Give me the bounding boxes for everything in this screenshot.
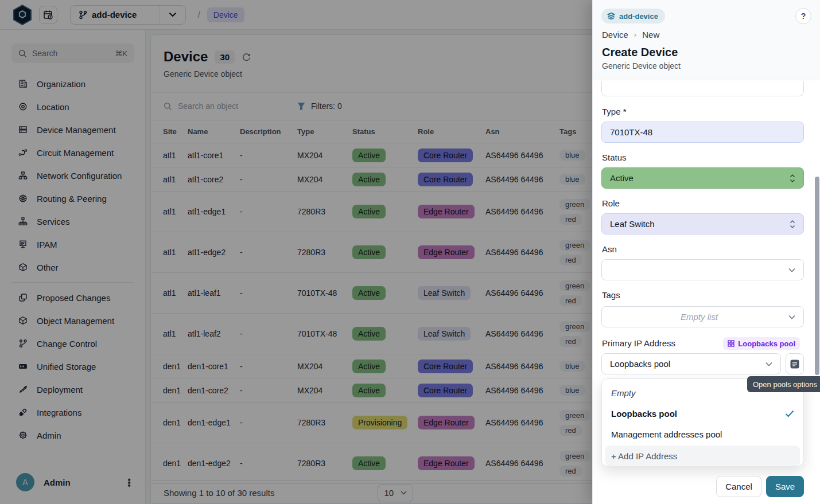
panel-title: Create Device xyxy=(602,46,678,59)
dropdown-option-loopbacks-pool[interactable]: Loopbacks pool xyxy=(605,403,800,424)
status-select[interactable]: Active xyxy=(601,167,804,189)
panel-branch-badge: add-device xyxy=(601,9,665,24)
pool-grid-icon xyxy=(728,340,734,347)
chevron-down-icon xyxy=(765,362,772,366)
panel-breadcrumb-current: New xyxy=(642,30,659,40)
option-label: Loopbacks pool xyxy=(611,409,677,419)
list-options-icon xyxy=(790,359,800,369)
tags-placeholder: Empty list xyxy=(610,312,788,322)
primary-ip-label: Primary IP Address xyxy=(602,338,675,348)
open-pools-options-button[interactable] xyxy=(786,353,804,374)
tags-label: Tags xyxy=(602,290,620,300)
asn-label: Asn xyxy=(602,244,617,254)
primary-ip-select[interactable]: Loopbacks pool xyxy=(601,353,781,374)
save-button[interactable]: Save xyxy=(766,476,804,497)
tags-select[interactable]: Empty list xyxy=(601,306,804,327)
pool-badge-label: Loopbacks pool xyxy=(738,339,795,348)
add-ip-address-button[interactable]: + Add IP Address xyxy=(605,446,800,466)
check-icon xyxy=(785,410,794,417)
panel-breadcrumb-parent[interactable]: Device xyxy=(602,30,628,40)
primary-ip-value: Loopbacks pool xyxy=(610,359,670,369)
panel-branch-name: add-device xyxy=(619,12,658,21)
panel-breadcrumb: Device › New xyxy=(602,30,659,40)
dropdown-option-management-addresses-pool[interactable]: Management addresses pool xyxy=(605,424,800,444)
type-value: 7010TX-48 xyxy=(610,127,652,137)
pool-badge[interactable]: Loopbacks pool xyxy=(723,337,800,350)
create-device-panel: add-device ? Device › New Create Device … xyxy=(592,0,820,504)
chevron-down-icon xyxy=(788,315,795,319)
role-value: Leaf Switch xyxy=(610,219,655,229)
status-label: Status xyxy=(602,153,627,162)
help-button[interactable]: ? xyxy=(795,8,811,24)
cancel-button[interactable]: Cancel xyxy=(716,476,761,497)
asn-select[interactable] xyxy=(601,259,804,280)
option-label: Management addresses pool xyxy=(611,429,722,439)
select-arrows-icon xyxy=(790,220,795,229)
option-label: Empty xyxy=(611,388,636,398)
modal-dim-overlay[interactable] xyxy=(0,0,592,504)
select-arrows-icon xyxy=(790,174,795,183)
role-select[interactable]: Leaf Switch xyxy=(601,213,804,235)
type-label: Type * xyxy=(602,107,627,116)
chevron-right-icon: › xyxy=(634,30,636,39)
panel-scrollbar[interactable] xyxy=(815,177,819,375)
panel-subtitle: Generic Device object xyxy=(602,61,681,71)
type-input[interactable]: 7010TX-48 xyxy=(601,122,804,143)
status-value: Active xyxy=(610,173,634,183)
chevron-down-icon xyxy=(788,268,795,272)
layers-icon xyxy=(607,12,615,20)
role-label: Role xyxy=(602,198,620,208)
pools-tooltip: Open pools options xyxy=(747,376,820,392)
